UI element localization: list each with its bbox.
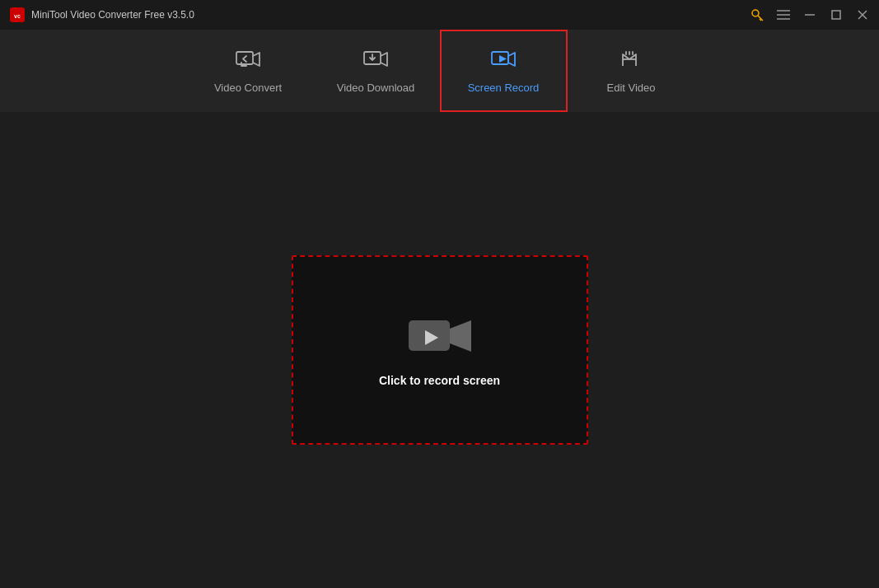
- camera-play-icon: [407, 314, 473, 359]
- tab-screen-record-label: Screen Record: [468, 82, 540, 94]
- video-convert-icon: [235, 48, 261, 75]
- svg-rect-9: [832, 11, 840, 19]
- tab-video-download[interactable]: Video Download: [312, 30, 440, 112]
- minimize-button[interactable]: [803, 8, 816, 21]
- tab-video-download-label: Video Download: [337, 82, 414, 94]
- menu-icon[interactable]: [777, 10, 790, 20]
- edit-video-icon: [618, 48, 644, 75]
- window-controls: [803, 8, 869, 21]
- nav-bar: Video Convert Video Download Screen Reco…: [0, 30, 879, 112]
- record-prompt-label: Click to record screen: [379, 374, 500, 387]
- video-download-icon: [362, 48, 389, 75]
- screen-record-icon: [490, 48, 517, 75]
- tab-edit-video[interactable]: Edit Video: [568, 30, 695, 112]
- maximize-button[interactable]: [830, 8, 843, 21]
- svg-marker-15: [508, 53, 515, 66]
- title-bar-left: vc MiniTool Video Converter Free v3.5.0: [10, 7, 194, 22]
- title-bar-right: [750, 8, 869, 21]
- tab-video-convert-label: Video Convert: [214, 82, 282, 94]
- key-icon[interactable]: [750, 8, 764, 21]
- tab-screen-record[interactable]: Screen Record: [440, 30, 568, 112]
- svg-marker-16: [499, 55, 507, 63]
- main-content: Click to record screen: [0, 112, 879, 588]
- tab-video-convert[interactable]: Video Convert: [185, 30, 312, 112]
- title-bar: vc MiniTool Video Converter Free v3.5.0: [0, 0, 879, 30]
- close-button[interactable]: [856, 8, 869, 21]
- svg-text:vc: vc: [14, 13, 21, 19]
- app-logo: vc: [10, 7, 25, 22]
- app-title: MiniTool Video Converter Free v3.5.0: [31, 9, 194, 21]
- tab-edit-video-label: Edit Video: [606, 82, 655, 94]
- camera-icon-wrapper: [407, 314, 473, 359]
- svg-marker-19: [450, 320, 471, 352]
- svg-point-2: [752, 10, 759, 16]
- record-area[interactable]: Click to record screen: [292, 255, 588, 445]
